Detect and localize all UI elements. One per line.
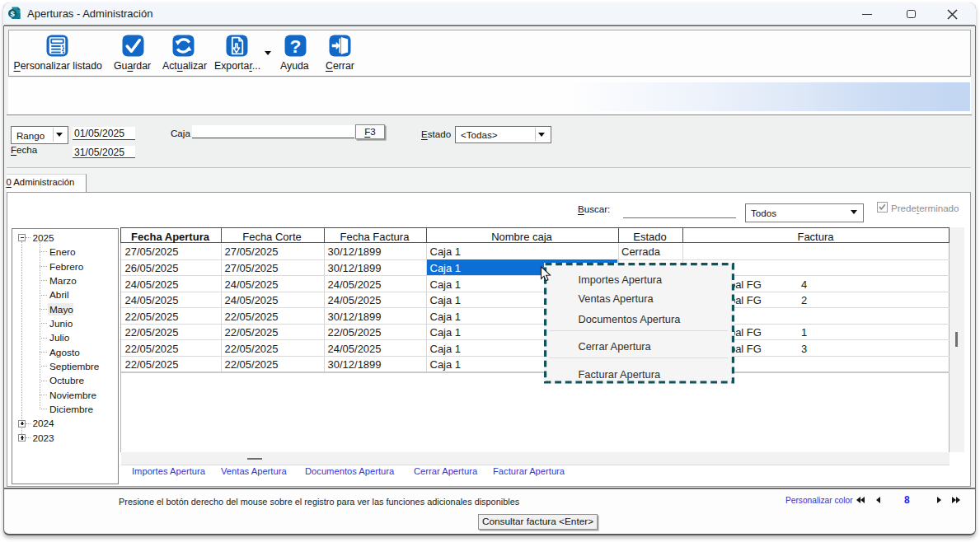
svg-text:?: ? [289,35,301,56]
svg-text:$: $ [11,8,16,17]
